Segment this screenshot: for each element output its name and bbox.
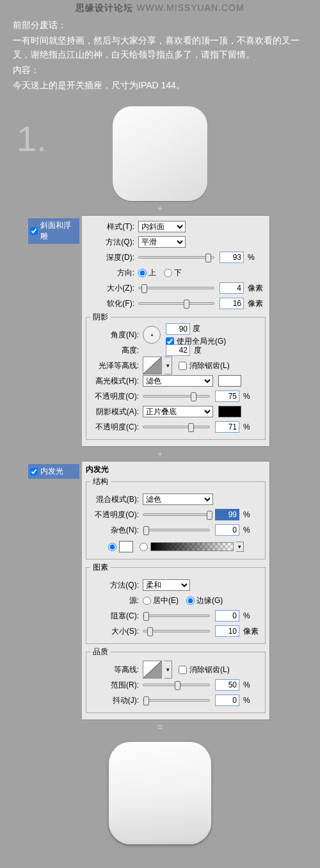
intro-l1: 前部分废话： xyxy=(13,18,307,32)
quality-contour-dropdown-icon[interactable]: ▾ xyxy=(164,661,172,679)
choke-value[interactable] xyxy=(215,610,239,622)
color-gradient-radio[interactable]: ▾ xyxy=(140,542,250,552)
method-combo[interactable]: 平滑 xyxy=(138,236,186,248)
inner-glow-panel: 内发光 内发光 结构 混合模式(B): 滤色 不透明度(O): % 杂色(N):… xyxy=(26,461,270,720)
step-number: 1. xyxy=(17,118,47,159)
glow-checkbox[interactable] xyxy=(30,468,38,476)
struct-legend: 结构 xyxy=(90,476,111,487)
hlop-unit: % xyxy=(243,392,261,401)
method-label: 方法(Q): xyxy=(86,237,134,248)
plus-sep-2: + xyxy=(0,447,320,461)
watermark-bold: 思缘设计论坛 xyxy=(76,3,133,13)
gloss-contour[interactable] xyxy=(143,357,162,374)
range-unit: % xyxy=(243,680,261,689)
style-label: 样式(T): xyxy=(86,221,134,232)
noise-slider[interactable] xyxy=(143,529,210,531)
dir-up-radio[interactable]: 上 xyxy=(138,268,156,278)
range-value[interactable] xyxy=(215,679,239,691)
plus-sep-1: + xyxy=(0,201,320,215)
hlop-slider[interactable] xyxy=(143,395,210,398)
glow-tag-inner[interactable]: 内发光 xyxy=(28,464,79,479)
bevel-checkbox[interactable] xyxy=(30,227,38,235)
source-label: 源: xyxy=(90,595,139,606)
glow-op-unit: % xyxy=(243,510,261,519)
dir-label: 方向: xyxy=(86,268,134,278)
range-slider[interactable] xyxy=(143,684,210,686)
rounded-rect-icon-top xyxy=(113,106,207,201)
glow-header: 内发光 xyxy=(86,464,266,475)
alt-label: 高度: xyxy=(90,345,139,356)
tech-label: 方法(Q): xyxy=(90,580,139,591)
soften-value[interactable] xyxy=(220,298,244,309)
hl-color-swatch[interactable] xyxy=(218,375,241,387)
shade-fieldset: 阴影 角度(N): 度 使用全局光(G) 高度: xyxy=(86,312,266,440)
dir-down-radio[interactable]: 下 xyxy=(164,268,182,278)
shop-unit: % xyxy=(243,422,261,431)
angle-dial[interactable] xyxy=(143,326,161,344)
equals-sep: = xyxy=(0,720,320,734)
rounded-rect-icon-bottom xyxy=(109,742,211,844)
size-unit: 像素 xyxy=(248,283,266,294)
soften-unit: 像素 xyxy=(248,298,266,309)
shmode-combo[interactable]: 正片叠底 xyxy=(143,406,213,417)
shade-legend: 阴影 xyxy=(90,312,111,323)
size-value[interactable] xyxy=(220,282,244,294)
angle-value[interactable] xyxy=(166,323,190,335)
soften-label: 软化(F): xyxy=(86,298,134,309)
intro-l2: 一有时间就坚持画，然后与大家分享，喜欢看的顶一顶，不喜欢看的叉一叉，谢绝指点江山… xyxy=(13,33,307,61)
glow-op-label: 不透明度(O): xyxy=(90,510,139,520)
size-label: 大小(Z): xyxy=(86,283,134,294)
sh-color-swatch[interactable] xyxy=(218,406,241,417)
intro-l3: 内容： xyxy=(13,63,307,77)
color-solid-radio[interactable] xyxy=(108,541,133,552)
source-center-radio[interactable]: 居中(E) xyxy=(143,595,179,606)
depth-label: 深度(D): xyxy=(86,252,134,263)
bevel-tag: 斜面和浮雕 xyxy=(26,215,82,447)
alt-value[interactable] xyxy=(166,344,190,356)
depth-slider[interactable] xyxy=(138,256,214,259)
glow-size-label: 大小(S): xyxy=(90,626,139,637)
blend-label: 混合模式(B): xyxy=(90,494,139,505)
soften-slider[interactable] xyxy=(138,302,214,305)
watermark: 思缘设计论坛 WWW.MISSYUAN.COM xyxy=(0,3,320,14)
depth-unit: % xyxy=(248,253,266,262)
glow-tag: 内发光 xyxy=(26,461,82,720)
jitter-value[interactable] xyxy=(215,695,239,706)
bevel-tag-inner[interactable]: 斜面和浮雕 xyxy=(28,218,79,244)
choke-slider[interactable] xyxy=(143,615,210,617)
hlop-label: 不透明度(O): xyxy=(90,391,139,402)
shop-label: 不透明度(C): xyxy=(90,422,139,433)
quality-contour[interactable] xyxy=(143,661,162,679)
glow-op-slider[interactable] xyxy=(143,513,210,516)
gradient-bar[interactable] xyxy=(150,542,234,551)
alt-unit: 度 xyxy=(194,345,212,356)
noise-unit: % xyxy=(243,526,261,534)
glow-size-slider[interactable] xyxy=(143,630,210,632)
tech-combo[interactable]: 柔和 xyxy=(143,579,190,591)
glow-op-value[interactable] xyxy=(215,509,239,520)
quality-aa-check[interactable]: 消除锯齿(L) xyxy=(179,664,230,675)
watermark-url: WWW.MISSYUAN.COM xyxy=(136,3,244,13)
noise-value[interactable] xyxy=(215,524,239,536)
hlmode-label: 高光模式(H): xyxy=(90,376,139,387)
choke-unit: % xyxy=(243,611,261,620)
style-combo[interactable]: 内斜面 xyxy=(138,221,186,232)
range-label: 范围(R): xyxy=(90,680,139,691)
depth-value[interactable] xyxy=(220,252,244,263)
source-edge-radio[interactable]: 边缘(G) xyxy=(186,595,223,606)
glow-color-swatch[interactable] xyxy=(119,541,133,552)
gloss-aa-check[interactable]: 消除锯齿(L) xyxy=(179,360,230,371)
angle-label: 角度(N): xyxy=(90,330,139,341)
hlop-value[interactable] xyxy=(215,390,239,402)
shop-slider[interactable] xyxy=(143,426,210,428)
gloss-dropdown-icon[interactable]: ▾ xyxy=(164,357,172,374)
jitter-slider[interactable] xyxy=(143,699,210,702)
bevel-title: 斜面和浮雕 xyxy=(40,220,77,242)
size-slider[interactable] xyxy=(138,287,214,289)
gloss-label: 光泽等高线: xyxy=(90,360,139,371)
glow-size-value[interactable] xyxy=(215,625,239,637)
blend-combo[interactable]: 滤色 xyxy=(143,494,213,505)
gradient-dropdown-icon[interactable]: ▾ xyxy=(236,542,244,552)
shop-value[interactable] xyxy=(215,421,239,433)
hlmode-combo[interactable]: 滤色 xyxy=(143,375,213,387)
